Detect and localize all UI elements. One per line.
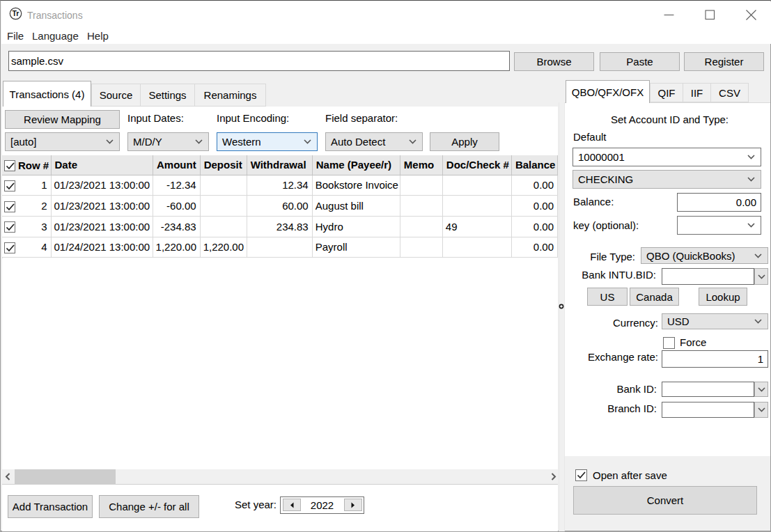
svg-text:Tr: Tr (13, 9, 20, 17)
